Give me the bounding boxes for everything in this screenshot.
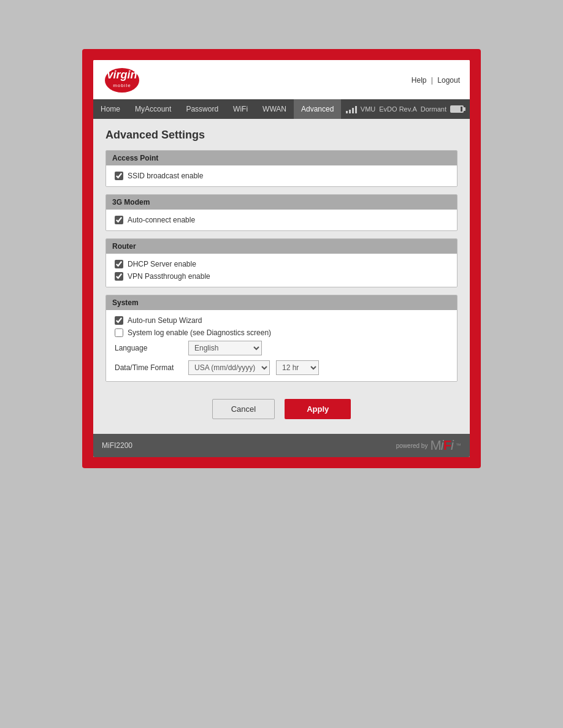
svg-text:mobile: mobile: [113, 83, 131, 88]
mifi-trademark: ™: [456, 442, 461, 449]
datetime-format-select[interactable]: USA (mm/dd/yyyy) EUR (dd/mm/yyyy) ISO (y…: [188, 360, 270, 375]
inner-container: virgin mobile Help | Logout Home MyAccou…: [93, 60, 470, 457]
ssid-broadcast-label: SSID broadcast enable: [128, 172, 203, 180]
nav-wifi[interactable]: WiFi: [226, 99, 255, 119]
cancel-button[interactable]: Cancel: [212, 399, 275, 419]
connection-state: Dormant: [421, 105, 446, 113]
help-link[interactable]: Help: [412, 76, 427, 85]
section-header-modem: 3G Modem: [106, 195, 457, 210]
battery-icon: [450, 105, 464, 113]
nav-wwan[interactable]: WWAN: [255, 99, 294, 119]
hour-format-select[interactable]: 12 hr 24 hr: [276, 360, 319, 375]
vpn-row: VPN Passthrough enable: [115, 272, 448, 281]
language-label: Language: [115, 344, 182, 352]
nav-status: VMU EvDO Rev.A Dormant: [346, 105, 470, 113]
auto-run-row: Auto-run Setup Wizard: [115, 316, 448, 325]
footer-bar: MiFI2200 powered by MiFi ™: [93, 434, 470, 457]
dhcp-label: DHCP Server enable: [128, 260, 196, 268]
logout-link[interactable]: Logout: [437, 76, 460, 85]
nav-home[interactable]: Home: [93, 99, 128, 119]
dhcp-row: DHCP Server enable: [115, 260, 448, 268]
nav-password[interactable]: Password: [178, 99, 226, 119]
syslog-checkbox[interactable]: [115, 328, 123, 337]
section-system: System Auto-run Setup Wizard System log …: [105, 295, 458, 382]
apply-button[interactable]: Apply: [285, 399, 351, 419]
device-name: MiFI2200: [102, 441, 132, 450]
header-separator: |: [431, 76, 433, 85]
section-header-access-point: Access Point: [106, 151, 457, 165]
ssid-broadcast-checkbox[interactable]: [115, 172, 123, 180]
section-access-point: Access Point SSID broadcast enable: [105, 150, 458, 187]
network-type: VMU: [361, 105, 375, 113]
ssid-broadcast-row: SSID broadcast enable: [115, 172, 448, 180]
syslog-row: System log enable (see Diagnostics scree…: [115, 328, 448, 337]
logo-area: virgin mobile: [103, 66, 141, 94]
auto-connect-row: Auto-connect enable: [115, 216, 448, 224]
outer-frame: virgin mobile Help | Logout Home MyAccou…: [82, 49, 481, 468]
section-body-access-point: SSID broadcast enable: [106, 165, 457, 186]
nav-advanced[interactable]: Advanced: [294, 99, 341, 119]
page-header: virgin mobile Help | Logout: [93, 60, 470, 99]
virgin-mobile-logo: virgin mobile: [103, 66, 141, 94]
mifi-logo-area: powered by MiFi ™: [396, 438, 461, 453]
vpn-checkbox[interactable]: [115, 272, 123, 281]
mifi-logo-text: MiFi: [430, 438, 453, 453]
page-title: Advanced Settings: [105, 129, 458, 142]
section-body-system: Auto-run Setup Wizard System log enable …: [106, 310, 457, 381]
header-links: Help | Logout: [412, 76, 460, 85]
connection-type: EvDO Rev.A: [379, 105, 417, 113]
section-body-router: DHCP Server enable VPN Passthrough enabl…: [106, 254, 457, 287]
syslog-label: System log enable (see Diagnostics scree…: [128, 328, 271, 337]
auto-connect-label: Auto-connect enable: [128, 216, 195, 224]
nav-myaccount[interactable]: MyAccount: [128, 99, 178, 119]
section-header-router: Router: [106, 239, 457, 254]
powered-by-text: powered by: [396, 442, 428, 449]
language-select[interactable]: English Spanish French: [188, 341, 262, 355]
auto-connect-checkbox[interactable]: [115, 216, 123, 224]
navbar: Home MyAccount Password WiFi WWAN Advanc…: [93, 99, 470, 119]
signal-bars-icon: [346, 105, 357, 113]
auto-run-checkbox[interactable]: [115, 316, 123, 325]
dhcp-checkbox[interactable]: [115, 260, 123, 268]
datetime-label: Data/Time Format: [115, 363, 182, 372]
vpn-label: VPN Passthrough enable: [128, 272, 210, 281]
section-body-modem: Auto-connect enable: [106, 210, 457, 230]
auto-run-label: Auto-run Setup Wizard: [128, 316, 202, 325]
svg-text:virgin: virgin: [107, 69, 137, 81]
section-router: Router DHCP Server enable VPN Passthroug…: [105, 238, 458, 287]
language-row: Language English Spanish French: [115, 341, 448, 355]
footer-buttons: Cancel Apply: [105, 389, 458, 424]
section-header-system: System: [106, 295, 457, 310]
section-modem: 3G Modem Auto-connect enable: [105, 194, 458, 231]
page-content: Advanced Settings Access Point SSID broa…: [93, 119, 470, 434]
datetime-row: Data/Time Format USA (mm/dd/yyyy) EUR (d…: [115, 360, 448, 375]
